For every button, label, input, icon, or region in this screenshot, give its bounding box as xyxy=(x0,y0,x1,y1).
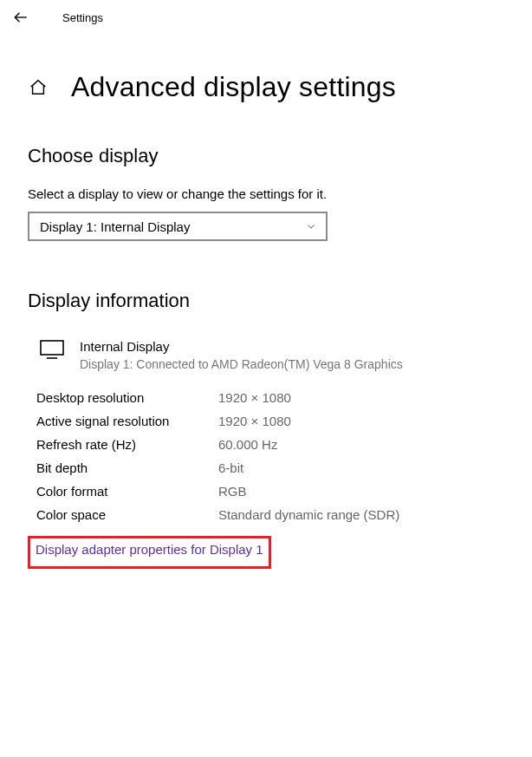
spec-row: Color space Standard dynamic range (SDR) xyxy=(36,507,504,522)
page-title: Advanced display settings xyxy=(71,71,396,103)
chevron-down-icon xyxy=(305,220,317,232)
spec-label: Color space xyxy=(36,507,218,522)
spec-label: Desktop resolution xyxy=(36,390,218,405)
annotation-highlight-box: Display adapter properties for Display 1 xyxy=(28,536,271,569)
spec-row: Desktop resolution 1920 × 1080 xyxy=(36,390,504,405)
display-connection: Display 1: Connected to AMD Radeon(TM) V… xyxy=(80,357,403,371)
spec-row: Active signal resolution 1920 × 1080 xyxy=(36,414,504,428)
spec-value: 60.000 Hz xyxy=(218,437,277,452)
spec-value: Standard dynamic range (SDR) xyxy=(218,507,399,522)
svg-rect-1 xyxy=(41,341,63,355)
back-arrow-icon xyxy=(13,10,29,25)
spec-label: Color format xyxy=(36,484,218,499)
spec-row: Color format RGB xyxy=(36,484,504,499)
home-icon[interactable] xyxy=(28,77,49,98)
display-name: Internal Display xyxy=(80,338,403,356)
spec-label: Refresh rate (Hz) xyxy=(36,437,218,452)
spec-value: 1920 × 1080 xyxy=(218,390,291,405)
display-spec-table: Desktop resolution 1920 × 1080 Active si… xyxy=(36,390,504,522)
choose-display-heading: Choose display xyxy=(28,145,504,167)
display-information-heading: Display information xyxy=(28,290,504,312)
spec-value: RGB xyxy=(218,484,247,499)
display-adapter-properties-link[interactable]: Display adapter properties for Display 1 xyxy=(36,542,263,557)
spec-label: Active signal resolution xyxy=(36,414,218,428)
display-select-dropdown[interactable]: Display 1: Internal Display xyxy=(28,212,328,241)
spec-value: 1920 × 1080 xyxy=(218,414,291,428)
app-title: Settings xyxy=(62,11,103,24)
spec-row: Bit depth 6-bit xyxy=(36,460,504,475)
choose-display-description: Select a display to view or change the s… xyxy=(28,186,504,201)
spec-value: 6-bit xyxy=(218,460,243,475)
monitor-icon xyxy=(40,340,64,359)
display-select-value: Display 1: Internal Display xyxy=(40,219,190,234)
spec-label: Bit depth xyxy=(36,460,218,475)
back-button[interactable] xyxy=(10,7,31,28)
spec-row: Refresh rate (Hz) 60.000 Hz xyxy=(36,437,504,452)
